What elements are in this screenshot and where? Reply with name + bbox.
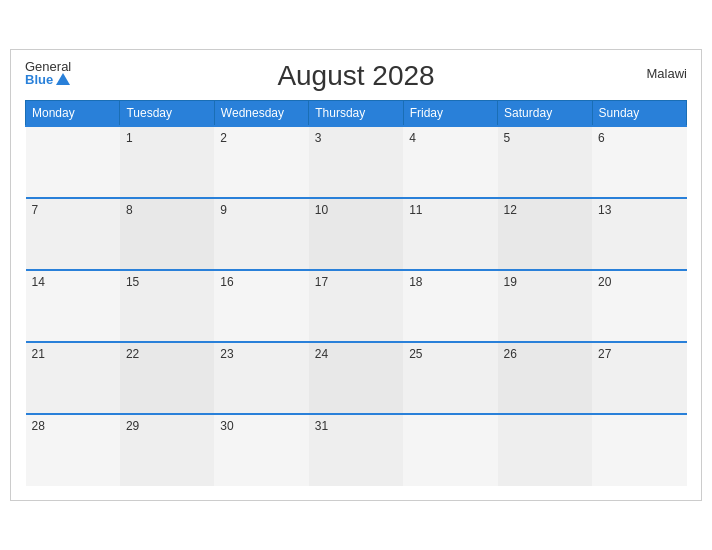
day-number: 23	[220, 347, 233, 361]
calendar-day-cell: 17	[309, 270, 403, 342]
day-number: 20	[598, 275, 611, 289]
day-number: 29	[126, 419, 139, 433]
day-number: 13	[598, 203, 611, 217]
calendar-day-cell: 18	[403, 270, 497, 342]
calendar-day-cell	[592, 414, 686, 486]
day-number: 22	[126, 347, 139, 361]
calendar-day-cell: 29	[120, 414, 214, 486]
day-number: 24	[315, 347, 328, 361]
day-number: 15	[126, 275, 139, 289]
day-number: 1	[126, 131, 133, 145]
logo-triangle-icon	[56, 73, 70, 85]
calendar-day-cell: 13	[592, 198, 686, 270]
day-number: 7	[32, 203, 39, 217]
day-number: 21	[32, 347, 45, 361]
calendar-day-cell: 21	[26, 342, 120, 414]
col-wednesday: Wednesday	[214, 101, 308, 127]
col-tuesday: Tuesday	[120, 101, 214, 127]
weekday-header-row: Monday Tuesday Wednesday Thursday Friday…	[26, 101, 687, 127]
calendar-day-cell: 11	[403, 198, 497, 270]
day-number: 11	[409, 203, 422, 217]
calendar-day-cell: 10	[309, 198, 403, 270]
col-saturday: Saturday	[498, 101, 592, 127]
calendar-day-cell: 6	[592, 126, 686, 198]
calendar-day-cell: 16	[214, 270, 308, 342]
calendar-day-cell: 27	[592, 342, 686, 414]
calendar-day-cell: 22	[120, 342, 214, 414]
logo: General Blue	[25, 60, 71, 86]
calendar-week-row: 28293031	[26, 414, 687, 486]
calendar-day-cell	[498, 414, 592, 486]
calendar-day-cell: 8	[120, 198, 214, 270]
calendar-day-cell: 30	[214, 414, 308, 486]
calendar-day-cell: 24	[309, 342, 403, 414]
day-number: 18	[409, 275, 422, 289]
calendar-week-row: 21222324252627	[26, 342, 687, 414]
calendar-day-cell: 28	[26, 414, 120, 486]
day-number: 27	[598, 347, 611, 361]
calendar-week-row: 78910111213	[26, 198, 687, 270]
calendar-day-cell: 14	[26, 270, 120, 342]
region-label: Malawi	[647, 66, 687, 81]
day-number: 4	[409, 131, 416, 145]
calendar-day-cell: 19	[498, 270, 592, 342]
logo-blue-text: Blue	[25, 73, 71, 86]
calendar-title: August 2028	[277, 60, 434, 92]
calendar-grid: Monday Tuesday Wednesday Thursday Friday…	[25, 100, 687, 486]
calendar-day-cell: 7	[26, 198, 120, 270]
calendar-day-cell: 1	[120, 126, 214, 198]
day-number: 28	[32, 419, 45, 433]
calendar-day-cell: 5	[498, 126, 592, 198]
day-number: 2	[220, 131, 227, 145]
day-number: 5	[504, 131, 511, 145]
day-number: 14	[32, 275, 45, 289]
calendar-day-cell: 23	[214, 342, 308, 414]
day-number: 30	[220, 419, 233, 433]
calendar-day-cell: 12	[498, 198, 592, 270]
day-number: 19	[504, 275, 517, 289]
calendar-day-cell: 31	[309, 414, 403, 486]
calendar-day-cell: 3	[309, 126, 403, 198]
calendar-day-cell: 4	[403, 126, 497, 198]
calendar-day-cell: 20	[592, 270, 686, 342]
day-number: 9	[220, 203, 227, 217]
day-number: 12	[504, 203, 517, 217]
day-number: 3	[315, 131, 322, 145]
calendar-week-row: 123456	[26, 126, 687, 198]
col-thursday: Thursday	[309, 101, 403, 127]
calendar-day-cell	[403, 414, 497, 486]
calendar-day-cell: 25	[403, 342, 497, 414]
day-number: 10	[315, 203, 328, 217]
calendar-week-row: 14151617181920	[26, 270, 687, 342]
day-number: 6	[598, 131, 605, 145]
col-sunday: Sunday	[592, 101, 686, 127]
calendar-header: General Blue August 2028 Malawi	[25, 60, 687, 92]
day-number: 17	[315, 275, 328, 289]
calendar-day-cell: 15	[120, 270, 214, 342]
day-number: 16	[220, 275, 233, 289]
calendar-container: General Blue August 2028 Malawi Monday T…	[10, 49, 702, 501]
calendar-day-cell: 26	[498, 342, 592, 414]
day-number: 31	[315, 419, 328, 433]
calendar-day-cell: 2	[214, 126, 308, 198]
day-number: 8	[126, 203, 133, 217]
col-friday: Friday	[403, 101, 497, 127]
col-monday: Monday	[26, 101, 120, 127]
day-number: 25	[409, 347, 422, 361]
calendar-day-cell	[26, 126, 120, 198]
day-number: 26	[504, 347, 517, 361]
calendar-day-cell: 9	[214, 198, 308, 270]
